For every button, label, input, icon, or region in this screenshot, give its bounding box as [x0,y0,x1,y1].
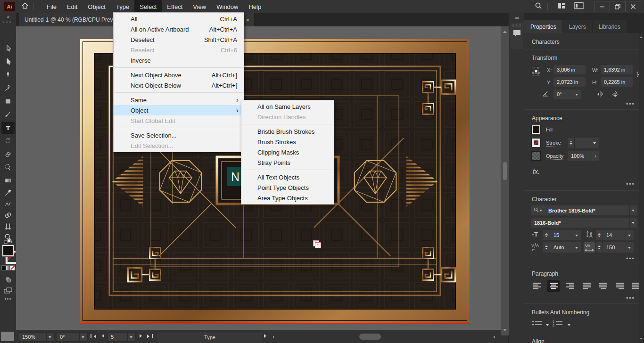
panel-scroll-up-icon[interactable] [640,35,643,38]
menubar-item[interactable]: Help [243,0,266,13]
restore-button[interactable] [610,1,625,12]
menubar-item[interactable]: Edit [62,0,83,13]
menubar-item[interactable]: Type [111,0,134,13]
scroll-up-icon[interactable] [503,29,507,33]
panel-grip[interactable] [512,24,521,26]
menubar-item[interactable]: File [41,0,62,13]
y-input[interactable]: 2,0723 in [553,77,586,87]
artboard-number-select[interactable]: 5 [107,332,136,342]
direct-selection-tool[interactable] [1,56,15,68]
curvature-tool[interactable] [1,82,15,94]
selection-tool[interactable] [1,42,15,55]
menu-item[interactable]: Save Selection... [114,130,244,140]
submenu-item[interactable]: Bristle Brush Strokes [241,126,334,137]
vertical-scroll-thumb[interactable] [503,162,507,180]
rectangle-tool[interactable] [1,95,15,107]
opacity-field[interactable]: 100% › [568,151,599,161]
collapse-panels-icon[interactable]: «« [509,15,525,20]
last-artboard-button[interactable] [147,334,153,338]
paragraph-more-options[interactable]: ••• [626,295,635,302]
scroll-down-icon[interactable] [503,329,507,333]
stroke-width-stepper[interactable] [568,138,599,148]
panel-scroll-down-icon[interactable] [640,338,643,341]
font-size-stepper[interactable]: 15 [543,230,581,240]
menu-item[interactable]: Same [114,95,244,105]
zoom-level-select[interactable]: 150% [19,332,55,342]
menubar-item[interactable]: Object [83,0,111,13]
gradient-fill-icon[interactable] [6,266,10,270]
menu-item[interactable] [114,65,244,70]
font-style-select[interactable]: 1816-Bold* [531,218,637,228]
minimize-button[interactable] [594,1,610,12]
color-fill-icon[interactable] [2,266,6,270]
panel-grip[interactable] [3,21,13,23]
pen-tool[interactable] [1,69,15,81]
workspace-switcher-icon[interactable] [557,2,566,11]
more-tools-icon[interactable]: ••• [0,296,16,302]
stroke-label[interactable]: Stroke [546,140,561,147]
opacity-swatch[interactable] [532,152,540,160]
gradient-tool[interactable] [1,174,15,187]
menubar-item[interactable]: Select [134,0,162,13]
fx-button[interactable]: fx. [533,168,540,175]
character-more-options[interactable]: ••• [626,255,635,262]
none-fill-icon[interactable] [10,266,15,270]
fill-color-swatch[interactable] [2,245,14,256]
menu-item[interactable]: Edit Selection... [114,140,244,151]
lasso-selection-tool[interactable] [1,161,15,173]
status-display[interactable]: Type [157,331,263,343]
x-input[interactable]: 3,006 in [553,65,586,74]
font-family-select[interactable]: Brother 1816-Bold* [531,205,637,215]
menu-item[interactable]: Next Object Above Alt+Ctrl+] [114,70,244,80]
screen-mode-icon[interactable] [1,285,15,297]
draw-mode-icon[interactable] [1,273,15,286]
kerning-stepper[interactable]: Auto [543,242,581,253]
swap-fill-stroke-icon[interactable] [1,238,15,245]
justify-right-button[interactable] [613,280,626,292]
expand-panel-icon[interactable]: » [0,14,16,19]
menu-item[interactable]: Object [114,105,244,115]
submenu-item[interactable]: Stray Points [241,157,334,168]
canvas-vertical-scrollbar[interactable] [501,26,509,335]
previous-artboard-button[interactable] [100,334,104,338]
search-icon[interactable] [534,1,543,12]
shape-builder-tool[interactable] [1,209,15,221]
menu-item[interactable]: Next Object Below Alt+Ctrl+[ [114,80,244,90]
reference-point-icon[interactable] [532,67,540,75]
menubar-item[interactable]: Window [211,0,243,13]
panel-tab[interactable]: Layers [563,20,592,33]
menu-item[interactable] [114,90,244,95]
stroke-swatch[interactable] [532,139,540,147]
numbered-list-icon[interactable]: 12 [553,319,563,329]
first-artboard-button[interactable] [91,334,96,338]
panel-layout-icon[interactable] [574,2,584,11]
submenu-item[interactable]: All Text Objects [241,172,334,182]
flip-horizontal-icon[interactable] [596,90,604,100]
tracking-stepper[interactable]: 150 [596,242,634,253]
next-artboard-button[interactable] [140,334,144,338]
menu-item[interactable] [114,126,244,130]
panel-scrollbar[interactable] [639,33,644,343]
submenu-item[interactable]: Brush Strokes [241,137,334,147]
justify-left-button[interactable] [580,280,593,292]
menubar-item[interactable]: Effect [162,0,188,13]
status-menu-arrow-icon[interactable] [264,334,268,338]
fill-label[interactable]: Fill [546,127,553,132]
menu-item[interactable]: Start Global Edit [114,115,244,126]
eyedropper-tool[interactable] [1,187,15,199]
submenu-item[interactable] [241,168,334,172]
panel-tab[interactable]: Properties [524,20,562,33]
h-input[interactable]: 0,2265 in [601,77,633,87]
eraser-tool[interactable] [1,148,15,160]
bullet-list-icon[interactable] [532,319,542,329]
menu-item[interactable]: All Ctrl+A [114,14,244,24]
hscroll-left-icon[interactable]: ‹ [272,333,274,340]
submenu-item[interactable]: Clipping Masks [241,147,334,157]
menu-item[interactable]: Inverse [114,55,244,65]
align-right-button[interactable] [564,280,576,292]
horizontal-scroll-thumb[interactable] [359,334,381,340]
flip-vertical-icon[interactable] [611,90,619,100]
transform-more-options[interactable]: ••• [626,101,635,107]
comment-panel-icon[interactable] [512,29,521,40]
shaper-tool[interactable] [1,198,15,210]
